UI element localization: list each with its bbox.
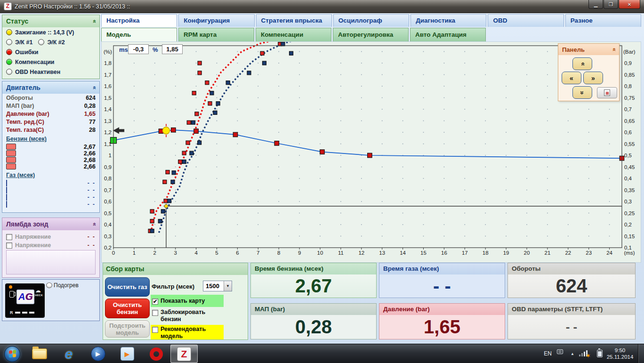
collapse-icon[interactable]: »	[90, 19, 97, 23]
minimize-button[interactable]: ▁	[588, 0, 603, 9]
svg-text:4: 4	[194, 250, 198, 256]
red-led-icon	[6, 49, 12, 55]
show-hidden-icons[interactable]: ▲	[571, 352, 574, 356]
cursor-pct-value[interactable]: 1,85	[162, 44, 183, 54]
clear-petrol-button[interactable]: Очистить бензин	[105, 298, 150, 318]
voltage-label: Напряжение	[15, 242, 51, 249]
svg-text:11: 11	[338, 250, 344, 256]
petrol-injector-row: 2,68	[6, 156, 96, 163]
svg-text:1: 1	[109, 153, 112, 158]
taskbar-explorer-icon[interactable]	[30, 345, 49, 363]
move-right-button[interactable]: »	[583, 72, 603, 84]
taskbar-media-player-classic-icon[interactable]: ▶	[118, 345, 137, 363]
tab-sub-4[interactable]: Авторегулировка	[333, 28, 409, 41]
move-left-button[interactable]: «	[562, 72, 581, 84]
collapse-icon[interactable]: »	[610, 48, 617, 51]
fit-model-button[interactable]: Подстроить модель	[105, 320, 150, 338]
tab-main-3[interactable]: Стратегия впрыска	[256, 14, 332, 27]
tray-time: 9:50	[604, 347, 636, 354]
window-controls: ▁ ❐ ✕	[588, 0, 640, 9]
delete-point-button[interactable]	[597, 87, 617, 98]
taskbar-opera-icon[interactable]	[147, 345, 166, 363]
show-map-label: Показать карту	[161, 298, 205, 305]
tab-sub-1[interactable]: Модель	[101, 28, 177, 41]
status-label: Э/К #1	[15, 39, 32, 46]
lambda-row: Напряжение- -	[6, 242, 96, 249]
tab-main-5[interactable]: Диагностика	[411, 14, 486, 27]
svg-text:10: 10	[317, 250, 323, 256]
tab-sub-3[interactable]: Компенсации	[256, 28, 331, 41]
move-up-button[interactable]: »	[572, 57, 592, 70]
svg-text:0,55: 0,55	[624, 141, 635, 147]
taskbar-media-player-icon[interactable]: ▶	[89, 345, 107, 363]
engine-panel: Двигатель » Обороты624МАП (bar)0,28Давле…	[2, 81, 100, 213]
tab-main-4[interactable]: Осциллограф	[333, 14, 409, 27]
restore-button[interactable]: ❐	[604, 0, 618, 9]
voltage-checkbox[interactable]	[6, 234, 12, 240]
language-indicator[interactable]: EN	[544, 350, 552, 357]
taskbar-zenit-active-icon[interactable]: Z	[170, 345, 198, 363]
cursor-pct-label: %	[153, 46, 158, 53]
taskbar-internet-explorer-icon[interactable]: e	[59, 345, 78, 363]
battery-icon[interactable]	[597, 350, 603, 357]
tab-main-1[interactable]: Настройка	[101, 14, 177, 27]
engine-row-value: 28	[89, 127, 96, 135]
engine-row-label: Обороты	[6, 95, 33, 103]
petrol-section-header[interactable]: Бензин (мсек)	[6, 136, 47, 142]
filter-dropdown[interactable]: 1500 ▼	[203, 281, 232, 291]
status-row: Э/К #1Э/К #2	[2, 37, 99, 47]
lock-petrol-checkbox-row[interactable]: Заблокировать бензин	[151, 308, 224, 325]
svg-text:23: 23	[586, 250, 592, 256]
status-panel-header: Статус »	[2, 15, 99, 27]
engine-row-value: 77	[89, 119, 96, 127]
show-map-checkbox-row[interactable]: ✔ Показать карту	[151, 295, 224, 307]
svg-text:0,75: 0,75	[624, 95, 635, 101]
cursor-ms-value[interactable]: -0,3	[128, 44, 149, 54]
white-led-icon	[6, 39, 12, 45]
tab-sub-2[interactable]: RPM карта	[178, 28, 254, 41]
status-row: Ошибки	[2, 47, 99, 57]
map-pressure-value: 0,28	[251, 315, 376, 339]
gas-section-header[interactable]: Газ (мсек)	[6, 172, 35, 178]
dropdown-arrow-icon[interactable]: ▼	[224, 281, 232, 291]
recommend-model-checkbox[interactable]	[152, 327, 158, 333]
voltage-checkbox[interactable]	[6, 242, 12, 249]
svg-text:0,7: 0,7	[624, 106, 632, 112]
clear-gas-button[interactable]: Очистить газ	[105, 277, 150, 297]
obd-label: OBD параметры (STFT, LTFT)	[508, 304, 635, 315]
clock[interactable]: 9:50 25.11.2014	[604, 347, 636, 360]
engine-row-value: 1,65	[84, 111, 96, 119]
white-led-icon	[38, 39, 44, 45]
recommend-model-checkbox-row[interactable]: Рекомендовать модель	[151, 325, 224, 339]
petrol-time-ms: 2,66	[84, 163, 96, 170]
status-label: OBD Неактивен	[15, 69, 60, 75]
gas-pressure-panel: Давление (bar) 1,65	[379, 303, 505, 339]
clipboard-icon	[604, 89, 610, 96]
show-desktop-button[interactable]	[638, 344, 644, 363]
svg-text:0,35: 0,35	[624, 187, 635, 193]
svg-text:0,65: 0,65	[624, 118, 635, 124]
lock-petrol-checkbox[interactable]	[152, 310, 158, 316]
collapse-icon[interactable]: »	[90, 222, 97, 226]
tab-main-6[interactable]: OBD	[488, 14, 564, 27]
tab-sub-5[interactable]: Авто Адаптация	[410, 28, 486, 41]
injector-bar-icon	[6, 180, 7, 186]
tab-main-2[interactable]: Конфигурация	[178, 14, 254, 27]
petrol-time-ms: 2,67	[84, 143, 96, 150]
close-button[interactable]: ✕	[619, 0, 640, 9]
svg-text:0,3: 0,3	[104, 234, 112, 239]
svg-text:15: 15	[420, 250, 427, 256]
heater-indicator: Подогрев	[46, 282, 79, 289]
taskbar: e ▶ ▶ Z EN ▲ ✶ 9:50 25.11.2014	[0, 344, 644, 363]
show-map-checkbox[interactable]: ✔	[152, 298, 158, 305]
chevron-right-icon: »	[591, 74, 595, 82]
svg-text:0,3: 0,3	[624, 199, 632, 204]
tab-main-7[interactable]: Разное	[565, 14, 641, 27]
start-button[interactable]	[3, 345, 22, 363]
move-down-button[interactable]: »	[572, 86, 592, 99]
window-titlebar[interactable]: Z Zenit PRO Настройки :: 1.56 - 31/05/20…	[0, 0, 644, 13]
chevron-left-icon: «	[570, 74, 573, 82]
collapse-icon[interactable]: »	[90, 86, 97, 89]
navigation-panel-header[interactable]: Панель »	[558, 44, 619, 55]
keyboard-layout-icon[interactable]	[557, 349, 563, 354]
